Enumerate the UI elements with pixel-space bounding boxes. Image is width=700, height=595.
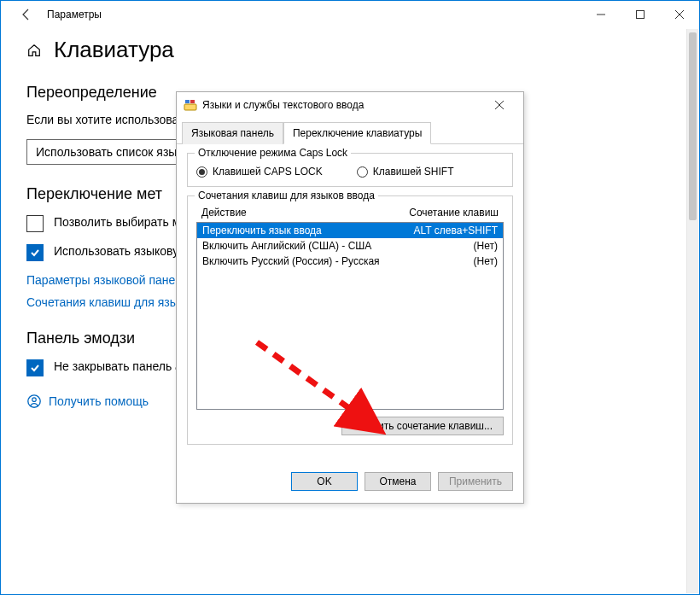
radio-capslock-key[interactable]: Клавишей CAPS LOCK xyxy=(196,166,323,178)
hotkey-row[interactable]: Включить Английский (США) - США (Нет) xyxy=(197,238,503,254)
hotkey-row[interactable]: Переключить язык ввода ALT слева+SHIFT xyxy=(197,223,503,238)
hotkeys-columns: Действие Сочетание клавиш xyxy=(196,205,504,220)
radio-unselected-icon xyxy=(357,166,368,178)
hotkeys-list[interactable]: Переключить язык ввода ALT слева+SHIFT В… xyxy=(196,222,504,410)
capslock-legend: Отключение режима Caps Lock xyxy=(195,147,351,159)
checkmark-icon xyxy=(29,362,41,374)
scrollbar-thumb[interactable] xyxy=(689,32,697,220)
cancel-button[interactable]: Отмена xyxy=(365,472,431,491)
home-icon[interactable] xyxy=(26,43,42,58)
settings-titlebar: Параметры xyxy=(1,1,699,28)
capslock-groupbox: Отключение режима Caps Lock Клавишей CAP… xyxy=(187,153,513,187)
radio-shift-key[interactable]: Клавишей SHIFT xyxy=(357,166,454,178)
maximize-button[interactable] xyxy=(621,1,660,28)
hotkey-combo: ALT слева+SHIFT xyxy=(414,225,499,236)
radio-label: Клавишей SHIFT xyxy=(373,166,454,178)
hotkey-combo: (Нет) xyxy=(474,255,498,267)
tab-language-bar[interactable]: Языковая панель xyxy=(182,122,283,144)
hotkey-action: Переключить язык ввода xyxy=(202,225,322,236)
change-hotkey-button[interactable]: Сменить сочетание клавиш... xyxy=(341,417,504,435)
svg-rect-5 xyxy=(185,100,190,103)
svg-rect-6 xyxy=(190,100,195,103)
close-button[interactable] xyxy=(660,1,699,28)
hotkeys-groupbox: Сочетания клавиш для языков ввода Действ… xyxy=(187,195,513,445)
keyboard-locale-icon xyxy=(184,98,197,112)
hotkey-action: Включить Английский (США) - США xyxy=(202,240,371,252)
hotkeys-col-combo: Сочетание клавиш xyxy=(409,207,499,219)
dialog-tabstrip: Языковая панель Переключение клавиатуры xyxy=(177,118,523,144)
hotkey-action: Включить Русский (Россия) - Русская xyxy=(202,255,380,267)
checkbox-checked-icon xyxy=(26,359,44,376)
checkmark-icon xyxy=(29,247,41,259)
hotkey-row[interactable]: Включить Русский (Россия) - Русская (Нет… xyxy=(197,254,503,269)
close-icon xyxy=(495,101,504,109)
apply-button[interactable]: Применить xyxy=(438,472,513,491)
arrow-left-icon xyxy=(20,8,33,21)
close-icon xyxy=(675,10,684,19)
window-controls xyxy=(581,1,699,28)
minimize-button[interactable] xyxy=(581,1,621,28)
back-button[interactable] xyxy=(9,1,44,28)
checkbox-checked-icon xyxy=(26,244,44,261)
page-header: Клавиатура xyxy=(26,37,674,63)
help-icon xyxy=(26,394,42,409)
svg-rect-4 xyxy=(184,104,196,110)
dropdown-selected-label: Использовать список язы xyxy=(36,145,177,159)
svg-point-3 xyxy=(32,398,37,402)
svg-rect-1 xyxy=(637,11,645,19)
maximize-icon xyxy=(636,10,645,19)
dialog-close-button[interactable] xyxy=(482,94,516,116)
window-title: Параметры xyxy=(47,9,102,20)
hotkeys-legend: Сочетания клавиш для языков ввода xyxy=(195,190,378,201)
tab-keyboard-switching[interactable]: Переключение клавиатуры xyxy=(283,122,431,144)
minimize-icon xyxy=(597,10,605,19)
hotkey-combo: (Нет) xyxy=(474,240,498,252)
window-scrollbar[interactable] xyxy=(686,29,698,593)
dialog-title: Языки и службы текстового ввода xyxy=(202,99,364,111)
page-title: Клавиатура xyxy=(54,37,174,63)
checkbox-unchecked-icon xyxy=(26,215,44,232)
radio-selected-icon xyxy=(196,166,207,178)
radio-label: Клавишей CAPS LOCK xyxy=(213,166,323,178)
hotkeys-col-action: Действие xyxy=(201,207,247,219)
ok-button[interactable]: OK xyxy=(291,472,358,491)
text-services-dialog: Языки и службы текстового ввода Языковая… xyxy=(176,91,524,504)
dialog-titlebar[interactable]: Языки и службы текстового ввода xyxy=(177,92,523,118)
dialog-body: Отключение режима Caps Lock Клавишей CAP… xyxy=(177,144,523,464)
help-link[interactable]: Получить помощь xyxy=(49,394,149,408)
dialog-footer: OK Отмена Применить xyxy=(177,464,523,503)
